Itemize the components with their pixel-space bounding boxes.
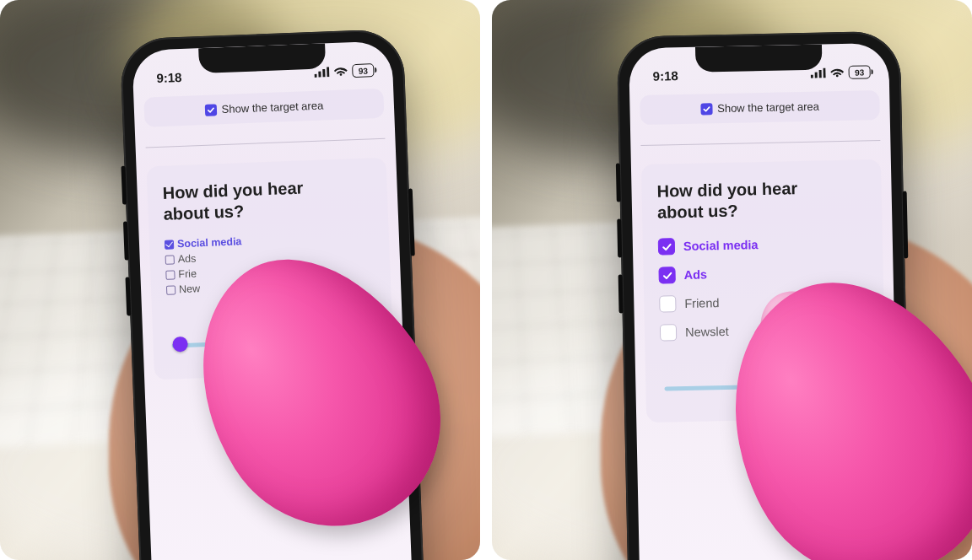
svg-rect-4 xyxy=(811,75,813,78)
wifi-icon xyxy=(830,67,845,78)
option-social-media[interactable]: Social media xyxy=(658,234,867,255)
option-label: New xyxy=(179,282,201,298)
option-label: Social media xyxy=(177,234,242,251)
battery-indicator: 93 xyxy=(352,63,375,78)
checkbox-unchecked-icon xyxy=(659,295,676,312)
option-label: Frie xyxy=(178,267,197,283)
checkbox-checked-icon xyxy=(658,267,675,283)
battery-indicator: 93 xyxy=(848,65,870,79)
svg-rect-1 xyxy=(318,72,321,78)
checkbox-checked-icon xyxy=(658,238,675,255)
checkbox-unchecked-icon xyxy=(660,324,677,341)
divider xyxy=(640,140,880,146)
show-target-area-toggle[interactable]: Show the target area xyxy=(143,89,384,127)
wifi-icon xyxy=(333,66,348,77)
clock: 9:18 xyxy=(653,68,678,83)
option-label: Ads xyxy=(683,267,707,282)
option-label: Newslet xyxy=(685,325,729,339)
cellular-signal-icon xyxy=(811,67,826,78)
cellular-signal-icon xyxy=(314,67,329,78)
checkbox-unchecked-icon xyxy=(165,255,175,264)
option-label: Friend xyxy=(684,296,719,310)
divider xyxy=(146,138,386,148)
svg-rect-2 xyxy=(322,69,325,78)
show-target-area-toggle[interactable]: Show the target area xyxy=(640,90,880,125)
option-label: Social media xyxy=(683,238,759,253)
svg-rect-6 xyxy=(819,70,822,78)
svg-rect-3 xyxy=(327,67,329,77)
option-ads[interactable]: Ads xyxy=(658,262,867,283)
svg-rect-5 xyxy=(815,73,818,78)
svg-rect-0 xyxy=(314,74,316,78)
comparison-panel-left: 9:18 93 Show the target area xyxy=(0,0,480,560)
checkbox-checked-icon xyxy=(204,104,217,116)
svg-rect-7 xyxy=(824,67,826,78)
clock: 9:18 xyxy=(156,70,182,85)
comparison-panel-right: 9:18 93 Show the target area xyxy=(492,0,972,560)
toggle-label: Show the target area xyxy=(221,99,323,116)
survey-question: How did you hear about us? xyxy=(162,176,332,225)
option-label: Ads xyxy=(177,251,196,267)
checkbox-checked-icon xyxy=(165,240,174,249)
notch xyxy=(198,43,326,73)
notch xyxy=(695,45,823,73)
survey-question: How did you hear about us? xyxy=(656,177,826,223)
checkbox-unchecked-icon xyxy=(165,270,175,279)
slider-thumb[interactable] xyxy=(172,336,188,352)
checkbox-checked-icon xyxy=(700,103,712,115)
toggle-label: Show the target area xyxy=(717,100,819,116)
checkbox-unchecked-icon xyxy=(166,285,176,294)
